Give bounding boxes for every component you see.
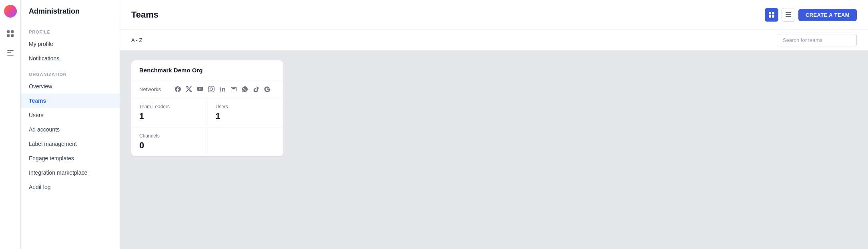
sidebar-item-label: My profile — [29, 41, 53, 47]
sidebar-item-users[interactable]: Users — [21, 108, 120, 122]
facebook-icon — [174, 85, 182, 93]
channels-label: Channels — [139, 133, 199, 139]
users-label: Users — [216, 104, 276, 110]
sidebar-item-integration-marketplace[interactable]: Integration marketplace — [21, 165, 120, 180]
svg-rect-8 — [769, 12, 771, 14]
sidebar-item-engage-templates[interactable]: Engage templates — [21, 151, 120, 165]
create-team-button[interactable]: CREATE A TEAM — [798, 9, 857, 21]
sidebar-item-label: Ad accounts — [29, 126, 60, 133]
search-input[interactable] — [777, 34, 857, 46]
svg-rect-5 — [7, 50, 14, 51]
sidebar-item-my-profile[interactable]: My profile — [21, 37, 120, 51]
app-logo[interactable] — [4, 5, 17, 18]
team-card: Benchmark Demo Org Networks — [131, 60, 283, 156]
email-icon — [230, 85, 238, 93]
team-leaders-value: 1 — [139, 111, 199, 122]
sidebar-item-audit-log[interactable]: Audit log — [21, 180, 120, 194]
users-stat: Users 1 — [208, 98, 284, 127]
search-input-wrap — [777, 34, 857, 46]
svg-rect-13 — [786, 14, 791, 15]
sidebar-item-label: Integration marketplace — [29, 169, 87, 176]
whatsapp-icon — [241, 85, 249, 93]
svg-rect-10 — [769, 15, 771, 18]
page-header: Teams CREATE A TEAM — [120, 0, 868, 30]
icon-rail — [0, 0, 21, 249]
sidebar-item-notifications[interactable]: Notifications — [21, 51, 120, 66]
networks-label: Networks — [139, 86, 167, 92]
google-icon — [263, 85, 271, 93]
sidebar-toggle-icon[interactable] — [4, 46, 17, 59]
team-card-networks: Networks — [131, 80, 283, 98]
list-view-button[interactable] — [782, 8, 795, 22]
page-title: Teams — [131, 10, 158, 20]
apps-icon[interactable] — [4, 27, 17, 40]
svg-rect-11 — [772, 15, 774, 18]
sidebar: Administration PROFILE My profile Notifi… — [21, 0, 120, 249]
grid-view-button[interactable] — [765, 8, 778, 22]
organization-section-label: ORGANIZATION — [21, 66, 120, 79]
svg-rect-3 — [7, 34, 10, 37]
header-controls: CREATE A TEAM — [765, 8, 857, 22]
sort-label[interactable]: A - Z — [131, 37, 142, 43]
svg-rect-7 — [7, 55, 14, 56]
instagram-icon — [207, 85, 215, 93]
content-area: Benchmark Demo Org Networks — [120, 51, 868, 249]
sidebar-item-overview[interactable]: Overview — [21, 79, 120, 94]
sidebar-item-label: Label management — [29, 141, 77, 147]
svg-rect-2 — [11, 30, 14, 33]
sidebar-item-label: Audit log — [29, 184, 50, 190]
sidebar-item-ad-accounts[interactable]: Ad accounts — [21, 122, 120, 137]
sidebar-item-label: Engage templates — [29, 155, 74, 161]
channels-stat: Channels 0 — [131, 127, 208, 156]
team-leaders-stat: Team Leaders 1 — [131, 98, 208, 127]
network-icons-group — [174, 85, 271, 93]
main-content: Teams CREATE A TEAM A - Z — [120, 0, 868, 249]
channels-row: Channels 0 — [131, 127, 283, 156]
twitter-icon — [185, 85, 193, 93]
sidebar-item-teams[interactable]: Teams — [21, 94, 120, 108]
filter-bar: A - Z — [120, 30, 868, 51]
sidebar-title: Administration — [29, 7, 112, 16]
sidebar-item-label: Overview — [29, 83, 52, 90]
tiktok-icon — [252, 85, 260, 93]
linkedin-icon — [219, 85, 227, 93]
users-value: 1 — [216, 111, 276, 122]
youtube-icon — [196, 85, 204, 93]
team-card-title: Benchmark Demo Org — [131, 60, 283, 80]
sidebar-item-label: Notifications — [29, 55, 59, 62]
team-leaders-label: Team Leaders — [139, 104, 199, 110]
svg-rect-1 — [7, 30, 10, 33]
svg-rect-6 — [7, 52, 11, 53]
sidebar-item-label: Users — [29, 112, 44, 118]
profile-section-label: PROFILE — [21, 23, 120, 37]
sidebar-header: Administration — [21, 0, 120, 23]
sidebar-item-label-management[interactable]: Label management — [21, 137, 120, 151]
sidebar-item-label: Teams — [29, 98, 46, 104]
channels-stat-empty — [208, 127, 284, 156]
svg-rect-14 — [786, 16, 791, 17]
team-card-stats: Team Leaders 1 Users 1 — [131, 98, 283, 127]
svg-rect-4 — [11, 34, 14, 37]
svg-rect-12 — [786, 12, 791, 13]
svg-rect-9 — [772, 12, 774, 14]
svg-point-0 — [7, 8, 14, 15]
channels-value: 0 — [139, 140, 199, 151]
